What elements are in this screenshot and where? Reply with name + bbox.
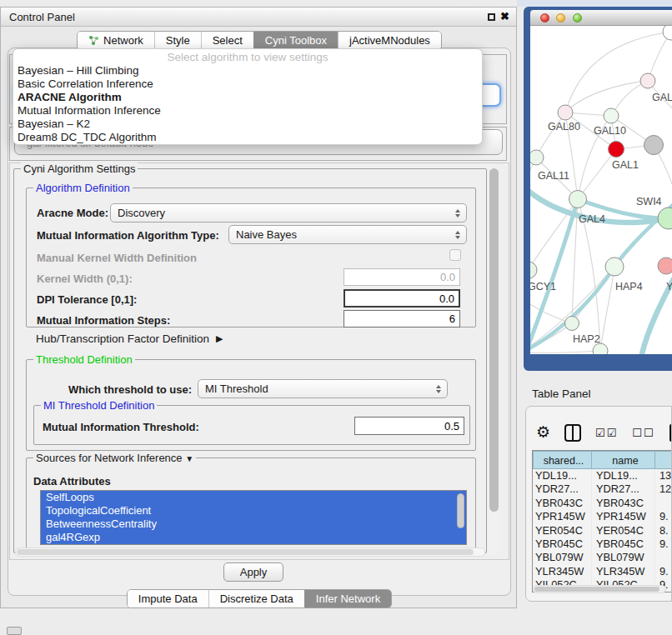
cell[interactable]: 9. — [655, 565, 672, 578]
aracne-mode-combobox[interactable]: Discovery — [110, 203, 467, 222]
dropdown-item-selected[interactable]: ARACNE Algorithm — [13, 91, 482, 104]
table-row[interactable]: YPR145W YPR145W 9. — [533, 510, 672, 523]
dropdown-item[interactable]: Bayesian – Hill Climbing — [13, 64, 482, 78]
settings-vertical-scrollbar-thumb[interactable] — [489, 168, 499, 512]
manual-kernel-checkbox[interactable] — [449, 249, 461, 261]
hub-definition-toggle[interactable]: Hub/Transcription Factor Definition ▶ — [36, 332, 223, 345]
table-row[interactable]: YER054C YER054C 8. — [533, 524, 672, 538]
network-window-titlebar[interactable] — [530, 10, 672, 26]
settings-horizontal-scrollbar[interactable] — [15, 548, 485, 557]
which-threshold-combobox[interactable]: MI Threshold — [198, 379, 448, 398]
cell[interactable]: 13 — [655, 469, 672, 482]
cell[interactable] — [655, 497, 672, 510]
cell[interactable]: YDR27... — [533, 482, 592, 496]
cell[interactable]: YBR045C — [592, 538, 655, 551]
attributes-scrollbar-thumb[interactable] — [457, 493, 464, 528]
table-row[interactable]: YBR043C YBR043C — [533, 497, 672, 510]
mi-type-combobox[interactable]: Naive Bayes — [228, 225, 467, 244]
column-header[interactable]: name — [592, 451, 655, 469]
node-gal10[interactable] — [604, 108, 619, 123]
table-row[interactable]: YDR27... YDR27... 12 — [533, 482, 672, 496]
cell[interactable]: 8. — [655, 524, 672, 538]
cell[interactable]: YDR27... — [592, 482, 655, 496]
cell[interactable]: YBR043C — [592, 497, 655, 510]
node-gal11[interactable] — [530, 150, 544, 165]
cell[interactable]: YDL19... — [592, 469, 655, 482]
cell[interactable]: 9. — [655, 538, 672, 551]
tab-impute-data[interactable]: Impute Data — [128, 590, 208, 608]
cell[interactable]: YPR145W — [533, 510, 592, 523]
node-swi4[interactable] — [658, 208, 672, 229]
attribute-item-selected[interactable]: gal4RGexp — [41, 531, 466, 544]
columns-icon[interactable] — [564, 424, 581, 442]
table-row[interactable]: YBR045C YBR045C 9. — [533, 538, 672, 551]
unchecked-checkboxes-icon[interactable]: ☐☐ — [632, 427, 654, 439]
tab-select[interactable]: Select — [201, 32, 253, 49]
attribute-item-selected[interactable]: TopologicalCoefficient — [41, 504, 466, 518]
column-header[interactable]: shared... — [533, 451, 592, 469]
cell[interactable]: YBR045C — [533, 538, 592, 551]
gear-icon[interactable]: ⚙ — [536, 423, 550, 442]
float-window-icon[interactable] — [488, 13, 495, 21]
network-canvas[interactable]: GAL8 GAL80 GAL10 GAL1 GAL11 SWI4 GAL4 GC… — [530, 26, 672, 354]
table-row[interactable]: YDL19... YDL19... 13 — [533, 469, 672, 482]
attributes-scrollbar[interactable] — [457, 492, 464, 542]
cell[interactable]: YBL079W — [533, 551, 592, 564]
settings-horizontal-scrollbar-thumb[interactable] — [17, 549, 474, 555]
mi-threshold-field[interactable] — [354, 417, 464, 435]
table-horizontal-scrollbar[interactable] — [533, 585, 666, 593]
cell[interactable]: YER054C — [533, 524, 592, 538]
cell[interactable]: 12 — [655, 482, 672, 496]
tab-network[interactable]: Network — [78, 32, 154, 49]
node-gal1-red[interactable] — [609, 142, 624, 158]
close-traffic-light-icon[interactable] — [540, 13, 549, 22]
collapsed-panel-button[interactable] — [7, 627, 22, 635]
cell[interactable]: YBR043C — [533, 497, 592, 510]
apply-button[interactable]: Apply — [223, 562, 283, 582]
control-panel-title: Control Panel — [9, 11, 75, 23]
minimize-traffic-light-icon[interactable] — [556, 13, 565, 22]
stepper-icon — [436, 385, 441, 393]
node-gal8[interactable] — [640, 73, 655, 88]
cell[interactable]: 9. — [655, 510, 672, 523]
dropdown-item[interactable]: Mutual Information Inference — [13, 104, 482, 118]
kernel-width-field[interactable] — [344, 268, 460, 286]
mi-steps-field[interactable] — [344, 310, 460, 328]
node-gray[interactable] — [644, 136, 664, 155]
node-gal4[interactable] — [569, 191, 587, 208]
node-partial-top[interactable] — [663, 26, 672, 40]
node-hap2[interactable] — [565, 317, 579, 331]
dropdown-item[interactable]: Basic Correlation Inference — [13, 78, 482, 91]
table-row[interactable]: YLR345W YLR345W 9. — [533, 565, 672, 578]
node-gcy1[interactable] — [530, 262, 537, 278]
cell[interactable]: YLR345W — [592, 565, 655, 578]
dpi-tolerance-field[interactable] — [344, 289, 460, 308]
tab-jactivemnodules[interactable]: jActiveMNodules — [338, 32, 441, 49]
attribute-item-selected[interactable]: BetweennessCentrality — [41, 518, 466, 531]
cell[interactable]: YLR345W — [533, 565, 592, 578]
tab-style[interactable]: Style — [154, 32, 201, 49]
dropdown-item[interactable]: Bayesian – K2 — [13, 118, 482, 131]
expanded-arrow-icon[interactable]: ▼ — [185, 454, 193, 463]
table-row[interactable]: YBL079W YBL079W — [533, 551, 672, 564]
checked-checkboxes-icon[interactable]: ☑☑ — [595, 427, 618, 439]
cell[interactable]: YER054C — [592, 524, 655, 538]
tab-discretize-data[interactable]: Discretize Data — [208, 590, 304, 608]
node-hap4[interactable] — [605, 258, 624, 276]
zoom-traffic-light-icon[interactable] — [573, 13, 582, 22]
dropdown-item[interactable]: Dream8 DC_TDC Algorithm — [13, 131, 482, 144]
cell[interactable]: YDL19... — [533, 469, 592, 482]
tab-cyni-toolbox[interactable]: Cyni Toolbox — [253, 32, 338, 49]
settings-vertical-scrollbar[interactable] — [489, 167, 499, 555]
attribute-item-selected[interactable]: SelfLoops — [41, 491, 466, 504]
cell[interactable] — [655, 551, 672, 564]
kernel-width-label: Kernel Width (0,1): — [37, 272, 133, 285]
cell[interactable]: YPR145W — [592, 510, 655, 523]
column-header[interactable]: A — [655, 451, 672, 469]
node-salmon[interactable] — [658, 258, 672, 274]
tab-infer-network[interactable]: Infer Network — [304, 590, 391, 608]
node-gal80[interactable] — [558, 105, 573, 120]
table-horizontal-scrollbar-thumb[interactable] — [534, 587, 659, 592]
close-icon[interactable]: ✖ — [500, 10, 509, 22]
cell[interactable]: YBL079W — [592, 551, 655, 564]
